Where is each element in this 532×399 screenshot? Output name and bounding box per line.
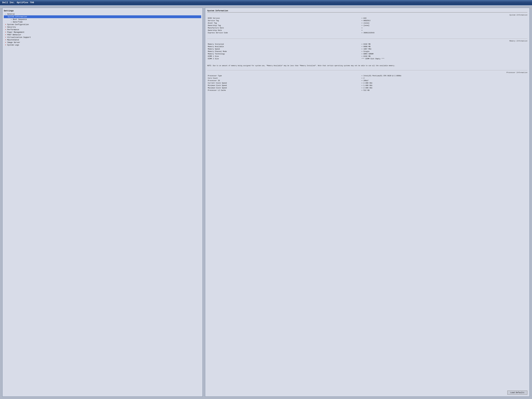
table-row: Manufacture Date=: [207, 27, 527, 29]
processor-info-section: Processor Information Processor Type= In…: [207, 72, 527, 94]
info-value: = 206a7: [361, 79, 527, 82]
tree-item-post-behavior[interactable]: POST Behavior: [4, 33, 201, 36]
table-row: Processor ID= 206a7: [207, 79, 527, 82]
table-row: Current Clock Speed= 2.600 GHz: [207, 82, 527, 84]
info-label: Current Clock Speed: [207, 82, 361, 84]
info-value: = 2.600 GHz: [361, 87, 527, 89]
info-label: Processor Type: [207, 75, 361, 77]
info-value: =: [361, 27, 527, 29]
table-row: Maximum Clock Speed= 2.600 GHz: [207, 87, 527, 89]
info-value: = {none}: [361, 24, 527, 27]
settings-title: Settings: [4, 10, 201, 12]
tree-item-system-logs[interactable]: System Logs: [4, 44, 201, 46]
memory-info-section-title: Memory Information: [207, 40, 527, 42]
info-label: Memory Channel Mode: [207, 50, 361, 53]
info-value: =: [361, 29, 527, 32]
info-value: = GKDZ55J: [361, 19, 527, 22]
info-value: = {none}: [361, 22, 527, 24]
info-value: = 2.600 GHz: [361, 82, 527, 84]
note-text: NOTE: Due to an amount of memory being a…: [207, 65, 527, 67]
processor-info-section-title: Processor Information: [207, 72, 527, 74]
info-label: Minimum Clock Speed: [207, 84, 361, 87]
info-value: = 2: [361, 77, 527, 79]
info-label: Memory Available: [207, 45, 361, 48]
info-label: Express Service Code: [207, 32, 361, 34]
info-value: = 8080 MB: [361, 45, 527, 48]
memory-info-table: Memory Installed= 8192 MBMemory Availabl…: [207, 43, 527, 60]
tree-item-performance[interactable]: Performance: [4, 28, 201, 31]
system-info-section: System Information BIOS Version= A16Serv…: [207, 14, 527, 36]
tree-item-system-configuration[interactable]: System Configuration: [4, 23, 201, 26]
tree-item-boot-sequence[interactable]: — Boot Sequence: [4, 18, 201, 21]
info-value: = 8192 MB: [361, 43, 527, 45]
info-label: DIMM 2 Size: [207, 57, 361, 60]
info-label: DIMM 1 Size: [207, 55, 361, 57]
tree-container: GeneralSystem Information— Boot Sequence…: [4, 13, 201, 46]
info-label: Core Count: [207, 77, 361, 79]
info-value: = Single: [361, 50, 527, 53]
table-row: Memory Installed= 8192 MB: [207, 43, 527, 45]
tree-item-virtualization-support[interactable]: Virtualization Support: [4, 36, 201, 39]
tree-item-power-management[interactable]: Power Management: [4, 31, 201, 33]
info-label: Processor L2 Cache: [207, 89, 361, 92]
info-value: = DDR3 SDRAM: [361, 53, 527, 55]
table-row: Asset Tag= {none}: [207, 22, 527, 24]
info-label: Ownership Tag: [207, 24, 361, 27]
table-row: Service Tag= GKDZ55J: [207, 19, 527, 22]
info-label: Memory Installed: [207, 43, 361, 45]
system-info-section-title: System Information: [207, 14, 527, 16]
left-panel: Settings GeneralSystem Information— Boot…: [2, 8, 203, 397]
memory-info-section: Memory Information Memory Installed= 819…: [207, 40, 527, 62]
load-defaults-button[interactable]: Load Defaults: [507, 391, 527, 395]
main-section-header: System Information: [207, 10, 527, 13]
table-row: Core Count= 2: [207, 77, 527, 79]
table-row: Processor Type= Intel(R) Pentium(R) CPU …: [207, 75, 527, 77]
info-value: = 1.600 GHz: [361, 84, 527, 87]
info-value: = 1067 MHz: [361, 48, 527, 50]
table-row: Memory Speed= 1067 MHz: [207, 48, 527, 50]
info-label: BIOS Version: [207, 17, 361, 19]
table-row: DIMM 2 Size*** DIMM Slot Empty ***: [207, 57, 527, 60]
table-row: Ownership Date=: [207, 29, 527, 32]
tree-item-general[interactable]: General: [4, 13, 201, 15]
table-row: Memory Available= 8080 MB: [207, 45, 527, 48]
title-bar-label: Dell Inc. OptiPlex 790: [2, 1, 34, 4]
tree-item-maintenance[interactable]: Maintenance: [4, 39, 201, 41]
bottom-bar: Load Defaults: [207, 389, 527, 395]
processor-info-table: Processor Type= Intel(R) Pentium(R) CPU …: [207, 75, 527, 92]
table-row: Minimum Clock Speed= 1.600 GHz: [207, 84, 527, 87]
table-row: Memory Technology= DDR3 SDRAM: [207, 53, 527, 55]
tree-item-system-information[interactable]: System Information: [4, 15, 201, 18]
info-value: = 8192 MB: [361, 55, 527, 57]
info-label: Asset Tag: [207, 22, 361, 24]
info-label: Maximum Clock Speed: [207, 87, 361, 89]
table-row: Memory Channel Mode= Single: [207, 50, 527, 53]
info-label: Processor ID: [207, 79, 361, 82]
table-row: BIOS Version= A16: [207, 17, 527, 19]
right-panel: System Information System Information BI…: [205, 8, 530, 397]
tree-item-image-server[interactable]: Image Server: [4, 41, 201, 44]
info-label: Memory Speed: [207, 48, 361, 50]
info-value: = Intel(R) Pentium(R) CPU G620 @ 2.60GHz: [361, 75, 527, 77]
title-bar: Dell Inc. OptiPlex 790: [0, 0, 532, 5]
info-label: Memory Technology: [207, 53, 361, 55]
info-label: Manufacture Date: [207, 27, 361, 29]
table-row: DIMM 1 Size= 8192 MB: [207, 55, 527, 57]
info-value: = A16: [361, 17, 527, 19]
table-row: Express Service Code= 36061315543: [207, 32, 527, 34]
info-label: Service Tag: [207, 19, 361, 22]
tree-item-date-time[interactable]: — Date/Time: [4, 21, 201, 23]
table-row: Processor L2 Cache= 512 KB: [207, 89, 527, 92]
bios-body: Settings GeneralSystem Information— Boot…: [0, 5, 532, 399]
info-label: Ownership Date: [207, 29, 361, 32]
info-value: = 36061315543: [361, 32, 527, 34]
info-value: *** DIMM Slot Empty ***: [361, 57, 527, 60]
system-info-table: BIOS Version= A16Service Tag= GKDZ55JAss…: [207, 17, 527, 34]
info-value: = 512 KB: [361, 89, 527, 92]
table-row: Ownership Tag= {none}: [207, 24, 527, 27]
tree-item-security[interactable]: Security: [4, 26, 201, 28]
